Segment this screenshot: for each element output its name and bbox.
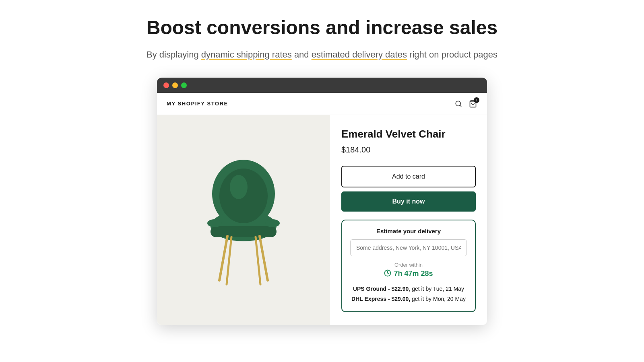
order-within-label: Order within xyxy=(350,262,467,268)
svg-rect-5 xyxy=(211,226,277,237)
cart-badge: 1 xyxy=(474,97,479,103)
product-image-area xyxy=(157,115,330,325)
carrier-2: DHL Express - $29.00, xyxy=(351,296,410,302)
store-icons: 1 xyxy=(454,99,477,108)
countdown-container: 7h 47m 28s xyxy=(350,269,467,278)
store-header: MY SHOPIFY STORE 1 xyxy=(157,93,487,115)
svg-line-10 xyxy=(260,236,268,280)
highlight-delivery: estimated delivery dates xyxy=(312,49,407,60)
subtitle-suffix: right on product pages xyxy=(407,49,497,60)
subtitle-prefix: By displaying xyxy=(147,49,201,60)
browser-window: MY SHOPIFY STORE 1 xyxy=(157,78,487,325)
product-price: $184.00 xyxy=(341,145,476,154)
svg-point-7 xyxy=(207,219,222,227)
add-to-cart-button[interactable]: Add to card xyxy=(341,166,476,187)
shipping-options: UPS Ground - $22.90, get it by Tue, 21 M… xyxy=(350,284,467,304)
shipping-row-2: DHL Express - $29.00, get it by Mon, 20 … xyxy=(350,294,467,304)
svg-point-8 xyxy=(265,219,280,227)
browser-titlebar xyxy=(157,78,487,93)
product-image xyxy=(191,152,296,288)
search-icon xyxy=(455,100,462,107)
delivery-widget-title: Estimate your delivery xyxy=(350,228,467,234)
traffic-light-red[interactable] xyxy=(163,82,169,88)
svg-line-11 xyxy=(227,237,231,284)
svg-line-9 xyxy=(219,236,227,280)
store-name: MY SHOPIFY STORE xyxy=(167,101,228,107)
subtitle-middle: and xyxy=(292,49,312,60)
product-layout: Emerald Velvet Chair $184.00 Add to card… xyxy=(157,115,487,325)
countdown-time: 7h 47m 28s xyxy=(394,269,433,278)
carrier-1: UPS Ground - $22.90 xyxy=(353,286,409,292)
search-button[interactable] xyxy=(454,99,463,108)
browser-content: MY SHOPIFY STORE 1 xyxy=(157,93,487,325)
cart-button[interactable]: 1 xyxy=(469,99,477,108)
product-title: Emerald Velvet Chair xyxy=(341,128,476,140)
subtitle: By displaying dynamic shipping rates and… xyxy=(147,47,497,62)
page-title: Boost conversions and increase sales xyxy=(147,16,497,39)
clock-icon xyxy=(384,269,391,278)
highlight-shipping: dynamic shipping rates xyxy=(201,49,292,60)
product-info: Emerald Velvet Chair $184.00 Add to card… xyxy=(330,115,487,325)
buy-now-button[interactable]: Buy it now xyxy=(341,191,476,212)
traffic-light-green[interactable] xyxy=(181,82,187,88)
shipping-row-1: UPS Ground - $22.90, get it by Tue, 21 M… xyxy=(350,284,467,294)
svg-line-12 xyxy=(256,237,260,284)
delivery-address-input[interactable] xyxy=(350,239,467,256)
svg-line-1 xyxy=(460,105,461,106)
traffic-light-yellow[interactable] xyxy=(172,82,178,88)
svg-point-13 xyxy=(230,175,248,199)
delivery-widget: Estimate your delivery Order within 7h 4… xyxy=(341,220,476,312)
